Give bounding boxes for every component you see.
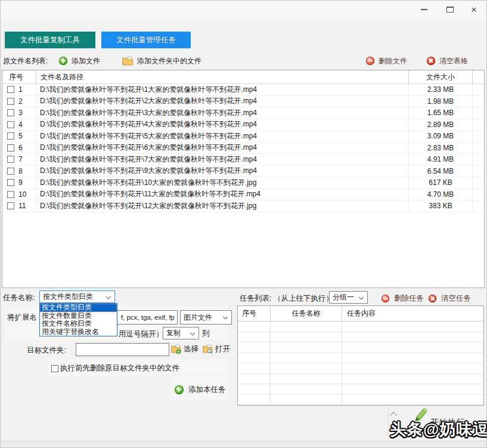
task-table-row [238,353,483,364]
row-path: D:\我们的爱就像秋叶等不到花开\4大家的爱就像秋叶等不到花开.mp4 [36,119,409,131]
add-file-button[interactable]: 添加文件 [59,56,100,66]
task-table-row [238,384,483,395]
table-row[interactable]: 3 D:\我们的爱就像秋叶等不到花开\3大家的爱就像秋叶等不到花开.mp4 1.… [2,107,484,119]
clear-table-button[interactable]: 清空表格 [427,56,468,66]
tab-batch-manage-tasks[interactable]: 文件批量管理任务 [101,32,191,48]
add-folder-files-button[interactable]: 添加文件夹中的文件 [122,56,201,66]
maximize-button[interactable] [440,1,460,18]
scroll-up-icon[interactable] [390,412,396,418]
row-size: 3.09 MB [409,131,473,142]
row-size: 1.65 MB [409,107,473,119]
file-type-combobox[interactable]: 图片文件 [180,310,232,325]
table-row[interactable]: 10 D:\我们的爱就像秋叶等不到花开\11大家的爱就像秋叶等不到花开.mp4 … [2,189,484,201]
add-task-button[interactable]: 添加本任务 [175,385,226,395]
row-path: D:\我们的爱就像秋叶等不到花开\12大家的爱就像秋叶等不到花开.jpg [36,200,409,212]
pre-delete-checkbox-label: 执行前先删除原目标文件夹中的文件 [60,363,179,373]
table-row[interactable]: 11 D:\我们的爱就像秋叶等不到花开\12大家的爱就像秋叶等不到花开.jpg … [2,200,484,212]
target-folder-input[interactable] [76,343,169,356]
table-row[interactable]: 7 D:\我们的爱就像秋叶等不到花开\7大家的爱就像秋叶等不到花开.mp4 4.… [2,154,484,166]
row-checkbox[interactable] [7,191,14,198]
app-window: ✕ 文件批量复制工具 文件批量管理任务 原文件名列表: 添加文件 添加文件夹中的… [0,0,487,448]
row-size: 617 KB [409,177,473,189]
open-folder-button[interactable]: 打开 [203,344,230,354]
table-row[interactable]: 4 D:\我们的爱就像秋叶等不到花开\4大家的爱就像秋叶等不到花开.mp4 2.… [2,119,484,131]
pre-delete-checkbox[interactable] [51,365,58,372]
table-row[interactable]: 8 D:\我们的爱就像秋叶等不到花开\9大家的爱就像秋叶等不到花开.mp4 6.… [2,166,484,178]
delete-task-icon [381,295,389,302]
task-col-name-header: 任务名称 [271,306,342,321]
pre-delete-checkbox-row[interactable]: 执行前先删除原目标文件夹中的文件 [51,363,179,373]
row-path: D:\我们的爱就像秋叶等不到花开\11大家的爱就像秋叶等不到花开.mp4 [36,189,409,200]
dropdown-option[interactable]: 按文件类型归类 [40,304,117,312]
row-size: 6.54 MB [409,166,473,177]
delete-file-icon [366,57,374,65]
row-checkbox[interactable] [7,168,14,175]
row-path: D:\我们的爱就像秋叶等不到花开\2大家的爱就像秋叶等不到花开.mp4 [36,96,409,107]
window-bottom-edge [1,441,486,447]
folder-plus-icon [171,345,181,354]
comma-hint-label: 用逗号隔开） [119,329,163,339]
open-folder-label: 打开 [215,344,230,354]
dropdown-option[interactable]: 用关键字替换改名 [40,328,117,336]
task-type-dropdown-list: 按文件类型归类 按文件数量归类 按文件名称归类 用关键字替换改名 [39,303,117,336]
row-checkbox[interactable] [7,179,14,186]
maximize-icon [446,7,454,13]
row-size: 2.33 MB [409,84,473,95]
row-size: 1.98 MB [409,96,473,107]
task-table-row [238,395,483,406]
add-file-label: 添加文件 [72,56,100,66]
task-name-label: 任务名称: [3,293,35,303]
task-col-content-header: 任务内容 [342,306,483,321]
row-checkbox[interactable] [7,202,14,209]
delete-file-button[interactable]: 删除文件 [366,56,407,66]
row-index: 1 [18,85,23,94]
chevron-down-icon [106,293,111,298]
delete-file-label: 删除文件 [379,56,407,66]
extension-value: f, pcx, tga, exif, fp [121,314,175,321]
to-label: 到 [202,329,210,339]
task-type-combobox[interactable]: 按文件类型归类 [39,291,115,303]
close-icon: ✕ [471,6,477,14]
row-index: 9 [18,178,23,187]
table-row[interactable]: 1 D:\我们的爱就像秋叶等不到花开\1大家的爱就像秋叶等不到花开.mp4 2.… [2,84,484,96]
select-folder-button[interactable]: 选择 [171,344,198,354]
group-combobox[interactable]: 分组一 [329,291,368,304]
close-button[interactable]: ✕ [464,1,484,18]
target-folder-label: 目标文件夹: [27,345,66,356]
minimize-button[interactable] [414,1,434,18]
row-index: 4 [18,121,23,129]
row-path: D:\我们的爱就像秋叶等不到花开\5大家的爱就像秋叶等不到花开.mp4 [36,131,409,142]
table-row[interactable]: 6 D:\我们的爱就像秋叶等不到花开\6大家的爱就像秋叶等不到花开.mp4 2.… [2,143,484,155]
table-row[interactable]: 2 D:\我们的爱就像秋叶等不到花开\2大家的爱就像秋叶等不到花开.mp4 1.… [2,96,484,108]
tab-batch-copy-tool[interactable]: 文件批量复制工具 [5,32,95,48]
clear-table-label: 清空表格 [439,56,468,66]
row-checkbox[interactable] [7,98,14,105]
row-size: 383 KB [409,200,473,212]
col-size-header: 文件大小 [409,70,473,84]
table-row[interactable]: 9 D:\我们的爱就像秋叶等不到花开\10大家的爱就像秋叶等不到花开.jpg 6… [2,177,484,189]
table-row[interactable]: 5 D:\我们的爱就像秋叶等不到花开\5大家的爱就像秋叶等不到花开.mp4 3.… [2,131,484,143]
select-folder-label: 选择 [184,344,198,354]
row-checkbox[interactable] [7,156,14,163]
row-checkbox[interactable] [7,121,14,128]
clear-tasks-button[interactable]: 清空任务 [429,293,471,304]
add-task-icon [175,385,184,394]
row-size: 4.70 MB [409,189,473,200]
extension-label: 将扩展名 [7,313,37,323]
row-index: 2 [18,97,23,106]
row-checkbox[interactable] [7,109,14,116]
row-path: D:\我们的爱就像秋叶等不到花开\6大家的爱就像秋叶等不到花开.mp4 [36,143,409,154]
action-combobox[interactable]: 复制 [163,327,199,339]
source-list-label: 原文件名列表: [3,56,48,66]
row-checkbox[interactable] [7,144,14,152]
row-checkbox[interactable] [7,86,14,93]
dropdown-option[interactable]: 按文件名称归类 [40,320,117,328]
dropdown-option[interactable]: 按文件数量归类 [40,312,117,320]
task-table-row [238,374,483,385]
row-index: 8 [18,167,23,175]
task-table-row [238,342,483,353]
folder-icon [122,57,133,66]
row-checkbox[interactable] [7,132,14,140]
row-path: D:\我们的爱就像秋叶等不到花开\9大家的爱就像秋叶等不到花开.mp4 [36,166,409,177]
delete-task-button[interactable]: 删除任务 [381,293,424,304]
